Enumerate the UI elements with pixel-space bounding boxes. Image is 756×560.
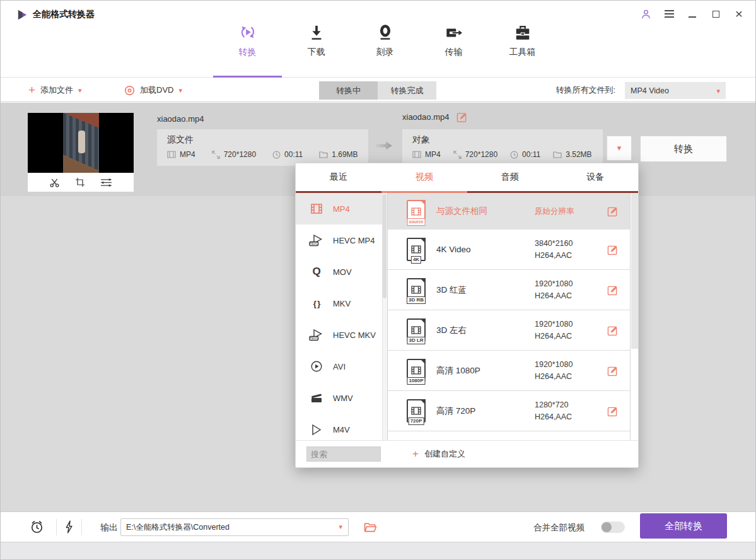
convert-all-to-label: 转换所有文件到:	[555, 78, 615, 102]
popup-footer: + 创建自定义	[296, 440, 638, 467]
preset-4k-video[interactable]: 4K 4K Video 3840*2160H264,AAC	[388, 230, 638, 270]
preset-name: 4K Video	[436, 245, 535, 254]
format-item-wmv[interactable]: WMV	[296, 382, 387, 414]
nav-toolbox-label: 工具箱	[509, 47, 536, 58]
format-item-hevc-mp4[interactable]: HEVC HEVC MP4	[296, 225, 387, 256]
edit-icon[interactable]	[607, 325, 618, 335]
rename-edit-icon[interactable]	[457, 112, 467, 122]
plus-icon: +	[28, 85, 35, 96]
menu-icon[interactable]	[663, 8, 675, 20]
convert-all-button[interactable]: 全部转换	[640, 513, 727, 539]
merge-videos-label: 合并全部视频	[533, 522, 584, 534]
source-filename: xiaodao.mp4	[157, 114, 204, 124]
edit-icon[interactable]	[607, 206, 618, 217]
convert-direction-arrow	[375, 141, 393, 153]
popup-tab-recent[interactable]: 最近	[296, 163, 381, 191]
performance-bolt-icon[interactable]	[65, 520, 73, 534]
preset-name: 3D 左右	[436, 325, 535, 336]
format-item-hevc-mkv[interactable]: HEVC HEVC MKV	[296, 319, 387, 351]
caret-down-icon: ▾	[339, 523, 342, 530]
svg-text:HEVC: HEVC	[310, 242, 318, 245]
schedule-alarm-icon[interactable]	[30, 520, 44, 534]
add-files-button[interactable]: + 添加文件 ▾	[28, 78, 82, 102]
format-item-mov[interactable]: Q MOV	[296, 256, 387, 288]
popup-tab-audio[interactable]: 音频	[467, 163, 553, 191]
edit-icon[interactable]	[607, 244, 618, 255]
add-files-label: 添加文件	[40, 85, 73, 96]
preset-badge: 3D LR	[407, 337, 425, 344]
account-icon[interactable]	[639, 8, 652, 20]
preset-badge: 4K	[411, 256, 421, 264]
preset-codec: H264,AAC	[535, 291, 573, 301]
source-duration: 00:11	[272, 150, 303, 159]
preset-3d-leftright[interactable]: 3D LR 3D 左右 1920*1080H264,AAC	[388, 310, 638, 351]
nav-transfer[interactable]: 传输	[419, 21, 488, 58]
source-stats: MP4 720*1280 00:11 1.69MB	[167, 150, 358, 159]
edit-icon[interactable]	[607, 365, 618, 376]
tab-converting[interactable]: 转换中	[319, 81, 378, 100]
scrollbar-thumb[interactable]	[631, 193, 638, 349]
convert-file-button[interactable]: 转换	[640, 136, 727, 162]
preset-detail: 原始分辨率	[535, 206, 574, 216]
trim-scissors-icon[interactable]	[49, 177, 60, 188]
preset-same-as-source[interactable]: source 与源文件相同 原始分辨率	[388, 193, 638, 230]
hevc-play-icon: HEVC	[308, 233, 325, 247]
format-item-mp4[interactable]: MP4	[296, 193, 387, 225]
thumbnail-toolbar	[28, 173, 134, 192]
footer-strip	[1, 542, 755, 560]
open-folder-icon[interactable]	[364, 522, 377, 533]
minimize-button[interactable]	[686, 8, 699, 20]
effects-adjust-icon[interactable]	[100, 178, 112, 187]
caret-down-icon: ▾	[178, 87, 182, 93]
output-path-dropdown[interactable]: ▾	[120, 518, 349, 536]
create-custom-label: 创建自定义	[424, 448, 465, 460]
close-button[interactable]: ×	[733, 8, 745, 20]
folder-icon	[319, 151, 328, 158]
toolbar: + 添加文件 ▾ 加载DVD ▾ 转换中 转换完成 转换所有文件到: MP4 V…	[1, 78, 755, 102]
video-thumbnail[interactable]	[28, 113, 134, 173]
preset-hd-720p[interactable]: 720P 高清 720P 1280*720H264,AAC	[388, 391, 638, 431]
target-format-dropdown-button[interactable]: ▾	[607, 136, 632, 161]
format-list-scrollbar[interactable]	[382, 193, 387, 440]
tab-converted[interactable]: 转换完成	[378, 81, 436, 100]
nav-burn[interactable]: 刻录	[351, 21, 419, 58]
format-item-m4v[interactable]: M4V	[296, 414, 387, 440]
target-stats: MP4 720*1280 00:11 3.52MB	[412, 150, 593, 159]
nav-download[interactable]: 下载	[282, 21, 351, 58]
edit-icon[interactable]	[607, 284, 618, 295]
scrollbar-thumb[interactable]	[383, 194, 387, 298]
preset-3d-redblue[interactable]: 3D RB 3D 红蓝 1920*1080H264,AAC	[388, 270, 638, 310]
queue-tabs: 转换中 转换完成	[319, 81, 436, 100]
search-input[interactable]	[306, 446, 381, 462]
load-dvd-button[interactable]: 加载DVD ▾	[124, 78, 182, 102]
video-file-icon: 3D RB	[407, 278, 426, 301]
create-custom-button[interactable]: + 创建自定义	[412, 448, 465, 460]
video-file-icon: 720P	[407, 399, 426, 423]
app-logo-icon	[17, 9, 28, 20]
nav-download-label: 下载	[308, 47, 325, 58]
circle-play-icon	[308, 359, 325, 373]
preset-list-scrollbar[interactable]	[630, 193, 638, 440]
video-subject	[78, 131, 85, 153]
resolution-icon	[212, 151, 220, 159]
video-file-icon: 4K	[407, 238, 426, 261]
nav-toolbox[interactable]: 工具箱	[488, 21, 557, 58]
nav-convert[interactable]: 转换	[213, 21, 282, 58]
crop-icon[interactable]	[75, 177, 85, 187]
folder-icon	[553, 151, 562, 158]
edit-icon[interactable]	[607, 405, 618, 416]
preset-list: source 与源文件相同 原始分辨率 4K 4K Video 3840*216…	[388, 193, 638, 440]
format-item-avi[interactable]: AVI	[296, 351, 387, 382]
format-item-mkv[interactable]: { } MKV	[296, 288, 387, 319]
preset-hd-1080p[interactable]: 1080P 高清 1080P 1920*1080H264,AAC	[388, 351, 638, 391]
maximize-button[interactable]	[709, 8, 722, 20]
popup-tab-video[interactable]: 视频	[381, 163, 467, 191]
popup-tab-device[interactable]: 设备	[552, 163, 638, 191]
clock-icon	[510, 151, 518, 159]
target-duration: 00:11	[510, 150, 540, 159]
download-icon	[308, 21, 325, 42]
merge-videos-toggle[interactable]	[601, 522, 625, 533]
output-format-dropdown[interactable]: MP4 Video ▾	[625, 82, 726, 99]
source-panel: 源文件 MP4 720*1280 00:11	[157, 129, 368, 166]
output-path-input[interactable]	[121, 519, 348, 535]
